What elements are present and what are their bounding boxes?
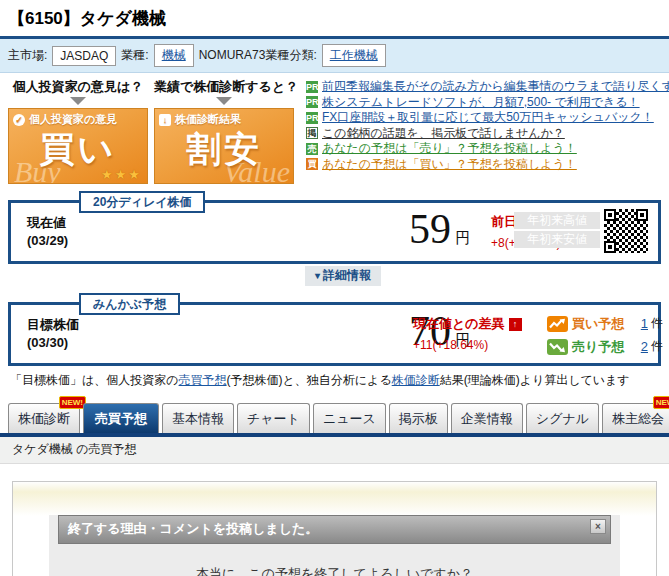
confirmation-dialog: 終了する理由・コメントを投稿しました。 × 本当に、この予想を終了してよろしいで… bbox=[49, 515, 620, 576]
market-value: JASDAQ bbox=[52, 46, 116, 66]
detail-link-label: 詳細情報 bbox=[323, 268, 371, 282]
pr-link-list: PR 前四季報編集長がその読み方から編集事情のウラまで語り尽くす！ PR 株シス… bbox=[294, 78, 669, 184]
page-title: 【6150】タケダ機械 bbox=[0, 0, 669, 36]
trade-forecast-link[interactable]: 売買予想 bbox=[179, 373, 227, 387]
ytd-high-button[interactable]: 年初来高値 bbox=[514, 212, 600, 229]
dialog-question: 本当に、この予想を終了してよろしいですか？ bbox=[49, 565, 620, 576]
opinion-question: 個人投資家の意見は？ bbox=[8, 78, 148, 96]
nomura-link[interactable]: 工作機械 bbox=[322, 44, 386, 67]
diff-label: 現在値との差異 bbox=[413, 315, 505, 333]
banner-header-label: 株価診断結果 bbox=[175, 112, 241, 127]
pr-link[interactable]: 前四季報編集長がその読み方から編集事情のウラまで語り尽くす！ bbox=[322, 78, 669, 95]
price-difference: 現在値との差異 ↑ +11(+18.64%) bbox=[413, 315, 522, 352]
qr-finder-icon bbox=[604, 241, 616, 253]
pr-link-row: PR 株システムトレードソフトが、月額7,500- で利用できる！ bbox=[306, 95, 669, 111]
board-link-row: 掲 この銘柄の話題を、掲示板で話しませんか？ bbox=[306, 126, 669, 142]
buy-forecast-label: 買い予想 bbox=[572, 315, 624, 333]
pr-icon: PR bbox=[306, 96, 318, 108]
forecast-label: みんかぶ予想 bbox=[79, 293, 180, 315]
ytd-low-button[interactable]: 年初来安値 bbox=[514, 231, 600, 248]
buy-icon: 買 bbox=[306, 158, 318, 170]
sell-forecast-row: 売り予想 2 件 bbox=[547, 335, 663, 358]
delayed-price-box: 20分ディレイ株価 現在値 (03/29) 59円 前日比 ↑ +8(+15.6… bbox=[8, 200, 661, 264]
buy-count-link[interactable]: 1 bbox=[641, 316, 648, 331]
nomura-label: NOMURA73業種分類: bbox=[199, 47, 317, 64]
buy-post-link[interactable]: あなたの予想は「買い」？予想を投稿しよう！ bbox=[322, 156, 577, 173]
check-circle-icon: ✓ bbox=[13, 114, 25, 126]
pr-icon: PR bbox=[306, 112, 318, 124]
price-diagnosis-banner[interactable]: ↓ 株価診断結果 割安 Value bbox=[154, 108, 294, 184]
qr-finder-icon bbox=[636, 209, 648, 221]
tab-bar: 株価診断NEW! 売買予想 基本情報 チャート ニュース 掲示板 企業情報 シグ… bbox=[0, 403, 669, 433]
target-price-label: 目標株価 (03/30) bbox=[27, 316, 79, 352]
close-icon[interactable]: × bbox=[590, 519, 606, 534]
market-info-bar: 主市場: JASDAQ 業種: 機械 NOMURA73業種分類: 工作機械 bbox=[0, 36, 669, 73]
pr-icon: PR bbox=[306, 81, 318, 93]
up-arrow-icon: ↑ bbox=[509, 318, 522, 331]
board-icon: 掲 bbox=[306, 127, 318, 139]
diagnosis-value: 割安 bbox=[155, 126, 293, 173]
tab-trade-forecast[interactable]: 売買予想 bbox=[83, 403, 159, 433]
opinion-banners: 個人投資家の意見は？ 業績で株価診断すると？ ✓ 個人投資家の意見 買い Buy… bbox=[8, 78, 294, 184]
sell-post-link[interactable]: あなたの予想は「売り」？予想を投稿しよう！ bbox=[322, 140, 577, 157]
forecast-counts: 買い予想 1 件 売り予想 2 件 bbox=[547, 312, 663, 358]
banner-header-label: 個人投資家の意見 bbox=[29, 112, 117, 127]
new-badge: NEW! bbox=[653, 396, 669, 409]
pr-link[interactable]: 株システムトレードソフトが、月額7,500- で利用できる！ bbox=[322, 94, 640, 111]
chevron-down-icon: ▾ bbox=[315, 270, 320, 281]
tab-price-diagnosis[interactable]: 株価診断NEW! bbox=[8, 403, 80, 433]
industry-label: 業種: bbox=[121, 47, 148, 64]
tab-board[interactable]: 掲示板 bbox=[389, 403, 448, 433]
page: 【6150】タケダ機械 主市場: JASDAQ 業種: 機械 NOMURA73業… bbox=[0, 0, 669, 576]
industry-link[interactable]: 機械 bbox=[154, 44, 194, 67]
note-text: (予想株価)と、独自分析による bbox=[227, 373, 392, 387]
star-rating-icon: ★★★ bbox=[101, 167, 142, 182]
year-range-buttons: 年初来高値 年初来安値 bbox=[514, 212, 600, 250]
diagnosis-question: 業績で株価診断すると？ bbox=[154, 78, 294, 96]
sell-count-link[interactable]: 2 bbox=[641, 339, 648, 354]
pr-link[interactable]: FX口座開設＋取引量に応じて最大50万円キャッシュバック！ bbox=[322, 109, 654, 126]
down-arrow-icon: ↓ bbox=[159, 114, 171, 126]
note-text: 結果(理論株価)より算出しています bbox=[440, 373, 630, 387]
opinion-value: 買い bbox=[9, 126, 147, 173]
qr-finder-icon bbox=[604, 209, 616, 221]
buy-count-unit: 件 bbox=[651, 315, 663, 332]
minkabu-forecast-box: みんかぶ予想 目標株価 (03/30) 70円 現在値との差異 ↑ +11(+1… bbox=[8, 302, 661, 366]
buy-post-link-row: 買 あなたの予想は「買い」？予想を投稿しよう！ bbox=[306, 157, 669, 173]
pr-link-row: PR FX口座開設＋取引量に応じて最大50万円キャッシュバック！ bbox=[306, 110, 669, 126]
tab-chart[interactable]: チャート bbox=[237, 403, 310, 433]
target-row-label: 目標株価 bbox=[27, 316, 79, 334]
buy-forecast-row: 買い予想 1 件 bbox=[547, 312, 663, 335]
down-triangle-icon bbox=[216, 97, 232, 105]
sell-icon: 売 bbox=[306, 143, 318, 155]
tab-shareholder-meeting[interactable]: 株主総会NEW! bbox=[602, 403, 669, 433]
down-triangle-icon bbox=[70, 97, 86, 105]
board-link[interactable]: この銘柄の話題を、掲示板で話しませんか？ bbox=[322, 125, 565, 142]
current-price-value: 59円 bbox=[409, 205, 470, 253]
tab-signal[interactable]: シグナル bbox=[526, 403, 599, 433]
breadcrumb: タケダ機械 の売買予想 bbox=[0, 437, 669, 464]
target-price-note: 「目標株価」は、個人投資家の売買予想(予想株価)と、独自分析による株価診断結果(… bbox=[10, 372, 659, 389]
price-diagnosis-link[interactable]: 株価診断 bbox=[392, 373, 440, 387]
tab-news[interactable]: ニュース bbox=[313, 403, 386, 433]
buy-trend-icon bbox=[547, 316, 568, 332]
tab-basic-info[interactable]: 基本情報 bbox=[162, 403, 234, 433]
qr-code bbox=[604, 209, 648, 253]
tab-company-info[interactable]: 企業情報 bbox=[451, 403, 523, 433]
pr-link-row: PR 前四季報編集長がその読み方から編集事情のウラまで語り尽くす！ bbox=[306, 79, 669, 95]
banner-header: ✓ 個人投資家の意見 bbox=[9, 109, 147, 127]
price-unit: 円 bbox=[455, 229, 470, 246]
content-area: 終了する理由・コメントを投稿しました。 × 本当に、この予想を終了してよろしいで… bbox=[12, 481, 657, 576]
price-number: 59 bbox=[409, 206, 451, 252]
sell-count-unit: 件 bbox=[651, 338, 663, 355]
delayed-price-label: 20分ディレイ株価 bbox=[79, 191, 205, 213]
price-row-label: 現在値 bbox=[27, 214, 68, 232]
detail-info-link[interactable]: ▾詳細情報 bbox=[305, 266, 381, 286]
sell-post-link-row: 売 あなたの予想は「売り」？予想を投稿しよう！ bbox=[306, 141, 669, 157]
promo-section: 個人投資家の意見は？ 業績で株価診断すると？ ✓ 個人投資家の意見 買い Buy… bbox=[0, 73, 669, 184]
breadcrumb-text: タケダ機械 の売買予想 bbox=[12, 442, 136, 456]
note-text: 「目標株価」は、個人投資家の bbox=[10, 373, 179, 387]
investor-opinion-banner[interactable]: ✓ 個人投資家の意見 買い Buy ★★★ bbox=[8, 108, 148, 184]
current-price-label: 現在値 (03/29) bbox=[27, 214, 68, 250]
dialog-title: 終了する理由・コメントを投稿しました。 bbox=[68, 521, 318, 536]
